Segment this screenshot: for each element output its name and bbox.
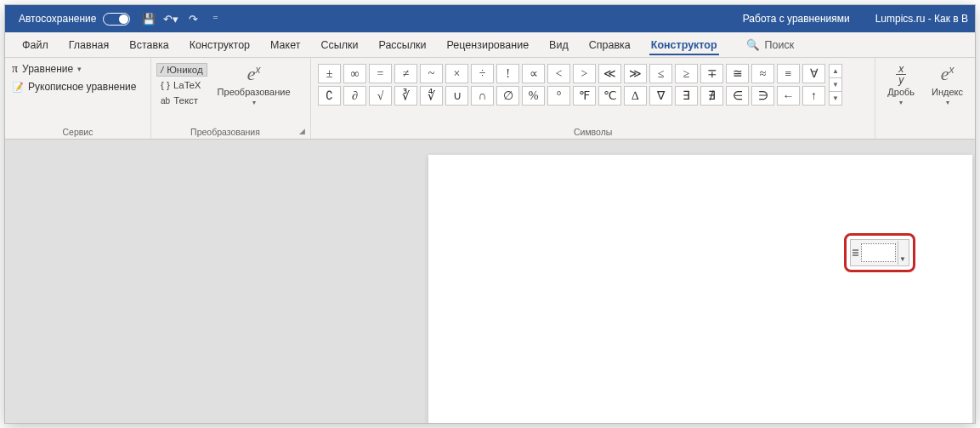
gallery-more-icon[interactable]: ▼ bbox=[830, 92, 841, 105]
group-structures: xy Дробь ▾ ex Индекс ▾ bbox=[875, 58, 975, 139]
symbol-cell[interactable]: ≅ bbox=[726, 64, 749, 83]
gallery-up-icon[interactable]: ▲ bbox=[830, 65, 841, 78]
symbol-cell[interactable]: ∄ bbox=[700, 86, 723, 106]
symbol-cell[interactable]: ° bbox=[547, 86, 570, 106]
ex-icon: ex bbox=[247, 63, 261, 85]
equation-editor-highlight: ▼ bbox=[844, 233, 915, 272]
tab-home[interactable]: Главная bbox=[59, 32, 120, 57]
symbol-cell[interactable]: ≫ bbox=[624, 64, 647, 83]
symbol-cell[interactable]: × bbox=[445, 64, 468, 83]
tab-insert[interactable]: Вставка bbox=[119, 32, 178, 57]
symbol-cell[interactable]: √ bbox=[369, 86, 392, 106]
symbol-cell[interactable]: ÷ bbox=[471, 64, 494, 83]
symbol-cell[interactable]: ∝ bbox=[522, 64, 545, 83]
symbol-cell[interactable]: ~ bbox=[420, 64, 443, 83]
symbol-cell[interactable]: ∜ bbox=[420, 86, 443, 106]
autosave-toggle[interactable] bbox=[103, 13, 130, 26]
equation-dropdown-icon[interactable]: ▼ bbox=[898, 241, 907, 265]
redo-icon[interactable]: ↷ bbox=[186, 12, 200, 26]
text-label: Текст bbox=[173, 95, 198, 106]
fraction-label: Дробь bbox=[887, 87, 915, 97]
equation-placeholder[interactable] bbox=[861, 243, 896, 262]
group-symbols-title: Символы bbox=[316, 125, 870, 137]
tab-references[interactable]: Ссылки bbox=[310, 32, 368, 57]
symbol-cell[interactable]: ∞ bbox=[343, 64, 366, 83]
qat-customize-icon[interactable]: ⁼ bbox=[208, 12, 222, 26]
ink-icon: 📝 bbox=[12, 82, 24, 93]
symbol-cell[interactable]: ∈ bbox=[726, 86, 749, 106]
undo-icon[interactable]: ↶▾ bbox=[164, 12, 178, 26]
symbol-cell[interactable]: ≥ bbox=[675, 64, 698, 83]
group-conversions: /Юникод { }LaTeX abТекст ex Преобразован… bbox=[151, 58, 311, 139]
convert-label: Преобразование bbox=[218, 87, 291, 97]
latex-option[interactable]: { }LaTeX bbox=[156, 78, 207, 92]
tab-equation-design[interactable]: Конструктор bbox=[641, 32, 728, 57]
group-tools: π Уравнение▾ 📝 Рукописное уравнение Серв… bbox=[5, 58, 151, 139]
symbol-cell[interactable]: ∪ bbox=[445, 86, 468, 106]
symbol-cell[interactable]: ∂ bbox=[343, 86, 366, 106]
gallery-down-icon[interactable]: ▼ bbox=[830, 78, 841, 92]
symbol-cell[interactable]: ↑ bbox=[802, 86, 825, 106]
symbol-cell[interactable]: ∁ bbox=[318, 86, 341, 106]
text-option[interactable]: abТекст bbox=[156, 94, 207, 107]
pi-icon: π bbox=[12, 62, 18, 76]
equation-handle-icon[interactable] bbox=[853, 249, 859, 256]
group-symbols: ±∞=≠~×÷!∝<>≪≫≤≥∓≅≈≡∀∁∂√∛∜∪∩∅%°℉℃∆∇∃∄∈∋←↑… bbox=[311, 58, 875, 139]
tab-review[interactable]: Рецензирование bbox=[437, 32, 540, 57]
symbol-cell[interactable]: ∃ bbox=[675, 86, 698, 106]
symbol-cell[interactable]: ∩ bbox=[471, 86, 494, 106]
symbol-cell[interactable]: ≤ bbox=[649, 64, 672, 83]
convert-button[interactable]: ex Преобразование ▾ bbox=[212, 61, 296, 108]
document-page[interactable] bbox=[428, 155, 972, 423]
ink-equation-label: Рукописное уравнение bbox=[28, 81, 136, 93]
symbol-cell[interactable]: ∛ bbox=[394, 86, 417, 106]
symbol-cell[interactable]: ∇ bbox=[649, 86, 672, 106]
symbol-cell[interactable]: % bbox=[522, 86, 545, 106]
symbol-cell[interactable]: ≠ bbox=[394, 64, 417, 83]
symbol-cell[interactable]: ≪ bbox=[598, 64, 621, 83]
search-box[interactable]: 🔍 Поиск bbox=[746, 38, 795, 51]
ink-equation-button[interactable]: 📝 Рукописное уравнение bbox=[10, 80, 145, 94]
save-icon[interactable]: 💾 bbox=[142, 12, 156, 26]
script-icon: ex bbox=[941, 63, 955, 85]
symbol-cell[interactable]: ℉ bbox=[573, 86, 596, 106]
symbol-cell[interactable]: ∀ bbox=[802, 64, 825, 83]
document-title: Lumpics.ru - Как в В bbox=[875, 13, 968, 25]
unicode-option[interactable]: /Юникод bbox=[156, 63, 207, 77]
group-conversions-title: Преобразования bbox=[190, 127, 260, 137]
symbol-cell[interactable]: ± bbox=[318, 64, 341, 83]
symbol-cell[interactable]: < bbox=[547, 64, 570, 83]
script-label: Индекс bbox=[932, 87, 963, 97]
document-area: ▼ bbox=[5, 140, 975, 423]
equation-button[interactable]: π Уравнение▾ bbox=[10, 61, 145, 77]
tab-view[interactable]: Вид bbox=[539, 32, 579, 57]
tab-design[interactable]: Конструктор bbox=[179, 32, 260, 57]
symbol-cell[interactable]: ≡ bbox=[777, 64, 800, 83]
contextual-tab-label: Работа с уравнениями bbox=[731, 9, 862, 28]
ribbon-tabs: Файл Главная Вставка Конструктор Макет С… bbox=[5, 32, 975, 58]
tab-mailings[interactable]: Рассылки bbox=[368, 32, 436, 57]
symbol-cell[interactable]: ≈ bbox=[751, 64, 774, 83]
symbol-cell[interactable]: ∅ bbox=[496, 86, 519, 106]
fraction-button[interactable]: xy Дробь ▾ bbox=[882, 61, 920, 108]
symbol-cell[interactable]: = bbox=[369, 64, 392, 83]
gallery-scroll[interactable]: ▲ ▼ ▼ bbox=[829, 64, 842, 106]
latex-label: LaTeX bbox=[173, 80, 201, 90]
symbol-cell[interactable]: ! bbox=[496, 64, 519, 83]
script-button[interactable]: ex Индекс ▾ bbox=[926, 61, 968, 108]
symbol-cell[interactable]: ∆ bbox=[624, 86, 647, 106]
symbol-cell[interactable]: ← bbox=[777, 86, 800, 106]
equation-label: Уравнение bbox=[22, 63, 73, 75]
symbol-cell[interactable]: > bbox=[573, 64, 596, 83]
tab-help[interactable]: Справка bbox=[579, 32, 641, 57]
symbol-cell[interactable]: ℃ bbox=[598, 86, 621, 106]
group-tools-title: Сервис bbox=[10, 125, 145, 137]
symbol-cell[interactable]: ∋ bbox=[751, 86, 774, 106]
autosave-label: Автосохранение bbox=[19, 13, 96, 25]
equation-content-control[interactable]: ▼ bbox=[850, 239, 909, 266]
tab-file[interactable]: Файл bbox=[12, 32, 59, 57]
tab-layout[interactable]: Макет bbox=[260, 32, 310, 57]
search-label: Поиск bbox=[765, 39, 795, 51]
symbol-cell[interactable]: ∓ bbox=[700, 64, 723, 83]
dialog-launcher-icon[interactable]: ◢ bbox=[299, 127, 305, 135]
